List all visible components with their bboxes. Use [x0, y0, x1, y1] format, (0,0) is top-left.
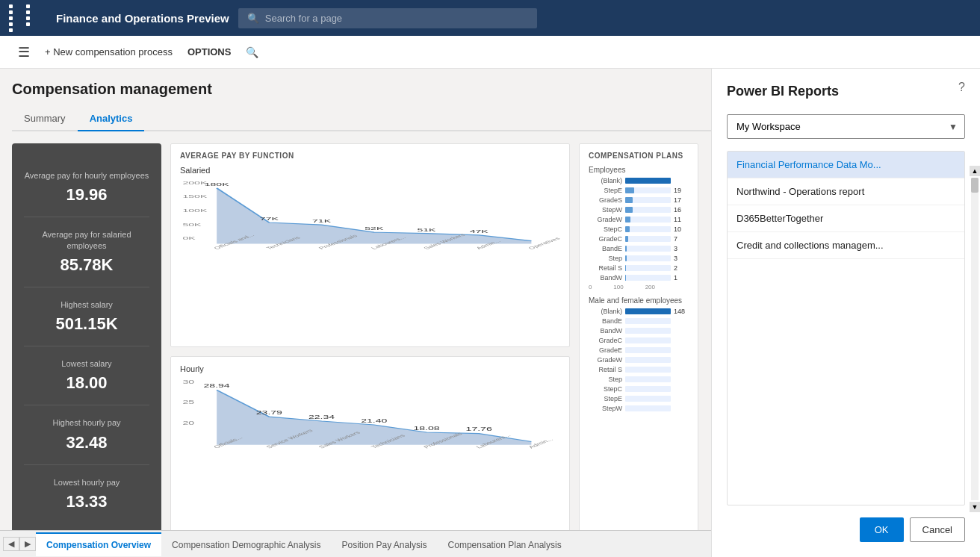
toolbar-search-button[interactable]: 🔍 [240, 42, 264, 63]
salaried-chart-panel: AVERAGE PAY BY FUNCTION Salaried 200K 15… [170, 143, 570, 347]
svg-text:77K: 77K [260, 216, 279, 221]
mf-bar-retails: Retail S [589, 366, 689, 373]
employees-section-label: Employees [589, 166, 689, 174]
help-icon[interactable]: ? [958, 81, 965, 94]
panel-action-buttons: OK Cancel [727, 517, 965, 542]
stat-highest-hourly-value: 32.48 [24, 433, 149, 452]
tab-scroll-right[interactable]: ▶ [19, 537, 36, 551]
report-item-credit[interactable]: Credit and collections managem... [728, 232, 964, 259]
options-button[interactable]: OPTIONS [182, 42, 238, 62]
svg-text:100K: 100K [183, 208, 208, 213]
sidebar-toggle-button[interactable]: ☰ [12, 41, 36, 63]
stat-avg-hourly-label: Average pay for hourly employees [24, 170, 149, 181]
report-item-d365[interactable]: D365BetterTogether [728, 205, 964, 232]
employee-bars: (Blank) StepE 19 GradeS [589, 177, 689, 281]
tab-analytics[interactable]: Analytics [78, 107, 145, 131]
app-grid-icon[interactable] [9, 4, 41, 32]
tab-summary[interactable]: Summary [12, 107, 78, 131]
mf-bar-gradew: GradeW [589, 356, 689, 364]
avg-pay-title: AVERAGE PAY BY FUNCTION [180, 152, 560, 160]
svg-text:18.08: 18.08 [413, 426, 439, 431]
stat-highest-salary-label: Highest salary [24, 299, 149, 310]
cancel-button[interactable]: Cancel [910, 517, 965, 542]
mf-bar-stepw: StepW [589, 405, 689, 412]
page-title: Compensation management [12, 81, 711, 98]
workspace-dropdown[interactable]: My Workspace Shared Workspace [727, 114, 965, 139]
stat-avg-salaried-label: Average pay for salaried employees [24, 229, 149, 251]
bottom-tab-demographic[interactable]: Compensation Demographic Analysis [161, 532, 331, 556]
comp-bar-blank: (Blank) [589, 177, 689, 184]
stat-avg-salaried-value: 85.78K [24, 255, 149, 275]
svg-text:47K: 47K [470, 228, 489, 234]
svg-text:28.94: 28.94 [204, 383, 230, 388]
comp-bar-gradec: GradeC 7 [589, 235, 689, 243]
main-layout: Compensation management Summary Analytic… [0, 69, 980, 557]
dashboard-area: Average pay for hourly employees 19.96 A… [12, 143, 711, 557]
bottom-tab-plan[interactable]: Compensation Plan Analysis [438, 532, 572, 556]
stat-avg-salaried: Average pay for salaried employees 85.78… [24, 217, 149, 287]
svg-text:71K: 71K [312, 218, 332, 223]
stat-lowest-salary-label: Lowest salary [24, 358, 149, 369]
svg-text:25: 25 [183, 399, 195, 405]
comp-bar-stepw: StepW 16 [589, 206, 689, 214]
report-item-financial[interactable]: Financial Performance Data Mo... [728, 152, 964, 178]
mf-bar-stepe: StepE [589, 395, 689, 402]
app-title: Finance and Operations Preview [56, 12, 229, 25]
comp-bar-gradew: GradeW 11 [589, 216, 689, 223]
hourly-chart-svg: 30 25 20 28.94 23.79 22.34 21.40 18.08 [180, 376, 560, 451]
ok-button[interactable]: OK [860, 517, 904, 542]
comp-plans-panel: COMPENSATION PLANS Employees (Blank) Ste… [579, 143, 698, 557]
svg-text:Operatives: Operatives [527, 237, 560, 250]
report-item-northwind[interactable]: Northwind - Operations report [728, 178, 964, 205]
scroll-up-button[interactable]: ▲ [970, 166, 980, 176]
stat-lowest-hourly: Lowest hourly pay 13.33 [24, 465, 149, 523]
svg-text:23.79: 23.79 [256, 410, 282, 415]
hourly-subtitle: Hourly [180, 364, 560, 373]
svg-text:0K: 0K [183, 235, 196, 240]
mf-bar-gradec: GradeC [589, 337, 689, 344]
stat-lowest-salary: Lowest salary 18.00 [24, 346, 149, 405]
search-bar[interactable]: 🔍 [238, 8, 537, 28]
bottom-tab-overview[interactable]: Compensation Overview [36, 532, 161, 556]
svg-text:17.76: 17.76 [466, 426, 492, 432]
bottom-tab-position[interactable]: Position Pay Analysis [331, 532, 437, 556]
mf-bar-blank: (Blank) 148 [589, 308, 689, 315]
comp-plans-column: COMPENSATION PLANS Employees (Blank) Ste… [579, 143, 702, 557]
comp-bar-grades: GradeS 17 [589, 196, 689, 204]
stat-highest-salary: Highest salary 501.15K [24, 287, 149, 346]
scroll-down-button[interactable]: ▼ [970, 502, 980, 512]
comp-plans-title: COMPENSATION PLANS [589, 152, 689, 160]
search-input[interactable] [265, 13, 528, 24]
avg-pay-column: AVERAGE PAY BY FUNCTION Salaried 200K 15… [170, 143, 570, 557]
power-bi-title: Power BI Reports [727, 84, 965, 99]
stat-lowest-hourly-label: Lowest hourly pay [24, 477, 149, 488]
svg-text:30: 30 [183, 379, 195, 385]
svg-text:22.34: 22.34 [308, 414, 335, 420]
svg-text:180K: 180K [205, 181, 230, 187]
tab-scroll-left[interactable]: ◀ [3, 537, 19, 551]
mf-bar-bande: BandE [589, 317, 689, 325]
stat-avg-hourly: Average pay for hourly employees 19.96 [24, 158, 149, 217]
report-list: Financial Performance Data Mo... Northwi… [727, 151, 965, 505]
salaried-subtitle: Salaried [180, 166, 560, 175]
bottom-tab-bar: ◀ ▶ Compensation Overview Compensation D… [0, 530, 711, 557]
scroll-thumb[interactable] [971, 178, 979, 193]
secondary-toolbar: ☰ + New compensation process OPTIONS 🔍 [0, 36, 980, 69]
right-scrollbar: ▲ ▼ [970, 166, 980, 512]
stat-highest-salary-value: 501.15K [24, 314, 149, 334]
comp-bar-bandw: BandW 1 [589, 274, 689, 281]
stat-highest-hourly-label: Highest hourly pay [24, 417, 149, 428]
new-compensation-button[interactable]: + New compensation process [39, 42, 179, 62]
svg-text:50K: 50K [183, 223, 202, 228]
mf-bar-bandw: BandW [589, 327, 689, 334]
svg-text:150K: 150K [183, 193, 208, 199]
mf-bars: (Blank) 148 BandE BandW [589, 308, 689, 412]
left-content-panel: Compensation management Summary Analytic… [0, 69, 711, 557]
svg-text:21.40: 21.40 [361, 418, 387, 423]
stat-highest-hourly: Highest hourly pay 32.48 [24, 405, 149, 464]
stats-card: Average pay for hourly employees 19.96 A… [12, 143, 161, 557]
stat-lowest-hourly-value: 13.33 [24, 492, 149, 511]
workspace-dropdown-wrapper: My Workspace Shared Workspace ▼ [727, 114, 965, 139]
mf-bar-step: Step [589, 376, 689, 383]
power-bi-panel: ? Power BI Reports My Workspace Shared W… [711, 69, 980, 557]
